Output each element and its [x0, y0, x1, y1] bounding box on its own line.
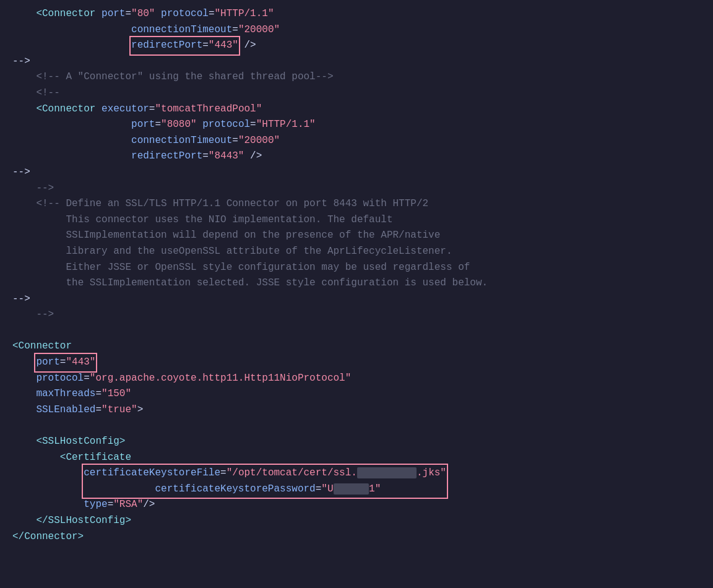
- code-line: <Connector port="80" protocol="HTTP/1.1": [12, 6, 701, 22]
- code-line: connectionTimeout="20000": [12, 22, 701, 38]
- code-line: protocol="org.apache.coyote.http11.Http1…: [12, 371, 701, 387]
- code-line: type="RSA"/>: [12, 497, 701, 513]
- code-line: connectionTimeout="20000": [12, 133, 701, 149]
- code-line: maxThreads="150": [12, 386, 701, 402]
- code-line: certificateKeystoreFile="/opt/tomcat/cer…: [12, 465, 701, 497]
- code-line: Either JSSE or OpenSSL style configurati…: [12, 260, 701, 276]
- code-line: </Connector>: [12, 529, 701, 545]
- code-editor: <Connector port="80" protocol="HTTP/1.1"…: [0, 0, 713, 551]
- code-line: This connector uses the NIO implementati…: [12, 212, 701, 228]
- code-line: redirectPort="443" />: [12, 38, 701, 54]
- code-line: -->: [12, 181, 701, 197]
- highlight-keystore: certificateKeystoreFile="/opt/tomcat/cer…: [84, 465, 446, 497]
- code-line: <Connector: [12, 339, 701, 355]
- code-line: [12, 323, 701, 339]
- code-line: -->: [12, 307, 701, 323]
- code-line: SSLImplementation will depend on the pre…: [12, 228, 701, 244]
- code-line: port="8080" protocol="HTTP/1.1": [12, 117, 701, 133]
- code-line: <Connector executor="tomcatThreadPool": [12, 102, 701, 118]
- code-line: library and the useOpenSSL attribute of …: [12, 244, 701, 260]
- code-line: <!--: [12, 85, 701, 102]
- code-line: [12, 418, 701, 434]
- code-line: <Certificate: [12, 450, 701, 466]
- code-line: port="443": [12, 355, 701, 371]
- code-line: <!-- A "Connector" using the shared thre…: [12, 69, 701, 85]
- code-line: SSLEnabled="true">: [12, 402, 701, 418]
- code-line: <SSLHostConfig>: [12, 434, 701, 450]
- highlight-redirect-port: redirectPort="443": [131, 38, 238, 54]
- code-line: </SSLHostConfig>: [12, 513, 701, 529]
- code-line: <!-- Define an SSL/TLS HTTP/1.1 Connecto…: [12, 196, 701, 212]
- code-line: the SSLImplementation selected. JSSE sty…: [12, 275, 701, 292]
- code-line: redirectPort="8443" />: [12, 149, 701, 165]
- highlight-port-443: port="443": [36, 355, 95, 371]
